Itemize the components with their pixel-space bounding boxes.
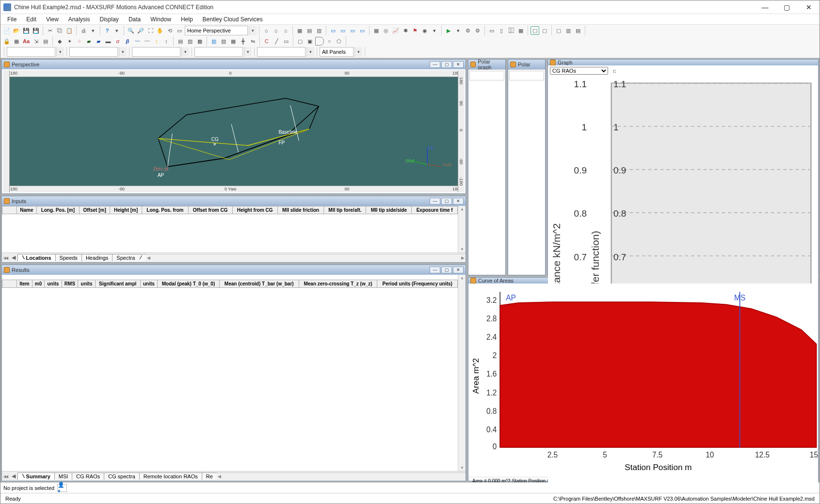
inputs-hscroll[interactable]: ◀ ▶: [146, 254, 466, 262]
combo1-dropdown-icon[interactable]: ▾: [56, 47, 64, 57]
paste-icon[interactable]: 📋: [65, 26, 74, 35]
poly-icon[interactable]: ⬠: [335, 37, 343, 46]
menu-edit[interactable]: Edit: [21, 15, 41, 24]
tab-cg-spectra[interactable]: CG spectra: [104, 472, 140, 480]
wave1-icon[interactable]: 〰: [133, 37, 142, 46]
win-layout3-icon[interactable]: ⿲: [507, 26, 515, 35]
wire1-icon[interactable]: ▭: [329, 26, 338, 35]
layout-d-icon[interactable]: ▥: [564, 26, 573, 35]
panels-dropdown-icon[interactable]: ▾: [354, 47, 362, 57]
pane-close-button[interactable]: ✕: [453, 267, 464, 273]
win-layout2-icon[interactable]: ▯: [497, 26, 506, 35]
dropdown-icon[interactable]: ▾: [89, 26, 97, 35]
beta-icon[interactable]: β: [123, 37, 132, 46]
save-icon[interactable]: 💾: [22, 26, 31, 35]
home-icon[interactable]: ⌂: [262, 26, 271, 35]
maximize-button[interactable]: ▢: [776, 0, 798, 14]
tab-speeds[interactable]: Speeds: [55, 254, 82, 261]
layout-c-icon[interactable]: ▢: [554, 26, 563, 35]
section3-icon[interactable]: ▦: [229, 37, 238, 46]
layout-icon[interactable]: ▥: [315, 26, 323, 35]
polar-chart-icon[interactable]: ◉: [420, 26, 429, 35]
flag-icon[interactable]: ⚑: [411, 26, 419, 35]
combo4[interactable]: [194, 47, 243, 57]
inputs-table[interactable]: Name Long. Pos. [m] Offset [m] Height [m…: [2, 206, 458, 214]
tab-nav-first[interactable]: ⏮: [2, 473, 10, 479]
pane-maximize-button[interactable]: ▢: [441, 61, 452, 68]
tab-spectra[interactable]: Spectra /: [112, 254, 146, 261]
dropdown-icon[interactable]: ▾: [113, 26, 121, 35]
run-icon[interactable]: ▶: [444, 26, 453, 35]
win-layout1-icon[interactable]: ▭: [487, 26, 496, 35]
combo5-dropdown-icon[interactable]: ▾: [306, 47, 314, 57]
save-as-icon[interactable]: 💾: [32, 26, 40, 35]
red-dots-icon[interactable]: ⁘: [75, 37, 83, 46]
pane-minimize-button[interactable]: —: [430, 198, 440, 205]
text-style-icon[interactable]: Aa: [22, 37, 31, 46]
menu-window[interactable]: Window: [145, 15, 176, 24]
page-icon[interactable]: ▦: [295, 26, 304, 35]
graph-options-icon[interactable]: ⎌: [610, 66, 619, 75]
section1-icon[interactable]: ▥: [209, 37, 218, 46]
tab-nav-prev[interactable]: ◀: [10, 473, 17, 479]
menu-view[interactable]: View: [41, 15, 64, 24]
contour1-icon[interactable]: ▤: [176, 37, 185, 46]
shape2-icon[interactable]: ✦: [65, 37, 74, 46]
menu-analysis[interactable]: Analysis: [64, 15, 95, 24]
flip-icon[interactable]: ⇋: [248, 37, 257, 46]
minimize-button[interactable]: —: [754, 0, 776, 14]
view-select[interactable]: [185, 26, 248, 35]
inputs-vscroll[interactable]: [458, 206, 466, 252]
combo1[interactable]: [7, 47, 55, 57]
d-shape-icon[interactable]: [315, 37, 324, 46]
grid2-icon[interactable]: ▦: [12, 37, 21, 46]
dropdown-icon[interactable]: ▾: [430, 26, 439, 35]
tab-remote-raos[interactable]: Remote location RAOs: [139, 472, 202, 480]
square1-icon[interactable]: ▢: [296, 37, 305, 46]
home2-icon[interactable]: ⌂: [272, 26, 280, 35]
line-chart-icon[interactable]: ╱: [272, 37, 281, 46]
user-icon[interactable]: 👤▾: [57, 484, 67, 492]
wire2-icon[interactable]: ▭: [338, 26, 347, 35]
table-icon[interactable]: ▦: [372, 26, 381, 35]
circle-icon[interactable]: ○: [325, 37, 334, 46]
target-icon[interactable]: ◎: [382, 26, 390, 35]
layout-e-icon[interactable]: ▤: [574, 26, 582, 35]
layout-a-icon[interactable]: ▢: [531, 26, 539, 35]
sheet-icon[interactable]: ▤: [41, 37, 50, 46]
pane-minimize-button[interactable]: —: [430, 267, 440, 273]
tab-cg-raos[interactable]: CG RAOs: [72, 472, 104, 480]
menu-display[interactable]: Display: [95, 15, 124, 24]
graph-series-select[interactable]: CG RAOs: [550, 67, 608, 75]
perspective-viewport[interactable]: -180 -90 0 90 180 -180 -90 0 Yaw 90 180: [2, 69, 466, 193]
curve-chart[interactable]: 3.22.82.4 21.61.2 0.80.40 2.557.5 1012.5…: [468, 284, 818, 477]
pane-close-button[interactable]: ✕: [453, 61, 464, 68]
tab-nav-first[interactable]: ⏮: [2, 255, 10, 261]
view-select-dropdown-icon[interactable]: ▾: [249, 26, 257, 35]
combo2[interactable]: [69, 47, 118, 57]
polar-graph-body[interactable]: [468, 69, 505, 275]
outline-icon[interactable]: ▭: [282, 37, 290, 46]
pane-close-button[interactable]: ✕: [453, 198, 464, 205]
close-button[interactable]: ✕: [798, 0, 820, 14]
combo3[interactable]: [132, 47, 180, 57]
menu-file[interactable]: File: [2, 15, 21, 24]
wave2-icon[interactable]: 〰: [143, 37, 151, 46]
wire3-icon[interactable]: ▭: [348, 26, 357, 35]
section2-icon[interactable]: ▧: [219, 37, 228, 46]
contour2-icon[interactable]: ▨: [186, 37, 194, 46]
layout-b-icon[interactable]: ▢: [540, 26, 549, 35]
select-icon[interactable]: ▭: [175, 26, 184, 35]
home3-icon[interactable]: ⌂: [281, 26, 290, 35]
tab-headings[interactable]: Headings: [81, 254, 113, 261]
zoom-in-icon[interactable]: 🔍: [127, 26, 135, 35]
tab-locations[interactable]: \Locations: [17, 254, 56, 261]
gear-icon[interactable]: ⚙: [464, 26, 472, 35]
menu-help[interactable]: Help: [176, 15, 198, 24]
combo2-dropdown-icon[interactable]: ▾: [119, 47, 127, 57]
tab-nav-prev[interactable]: ◀: [10, 254, 17, 261]
axis-icon[interactable]: ╋: [239, 37, 247, 46]
green-shape-icon[interactable]: ▰: [84, 37, 93, 46]
tab-more[interactable]: Re: [202, 472, 217, 480]
menu-data[interactable]: Data: [124, 15, 145, 24]
